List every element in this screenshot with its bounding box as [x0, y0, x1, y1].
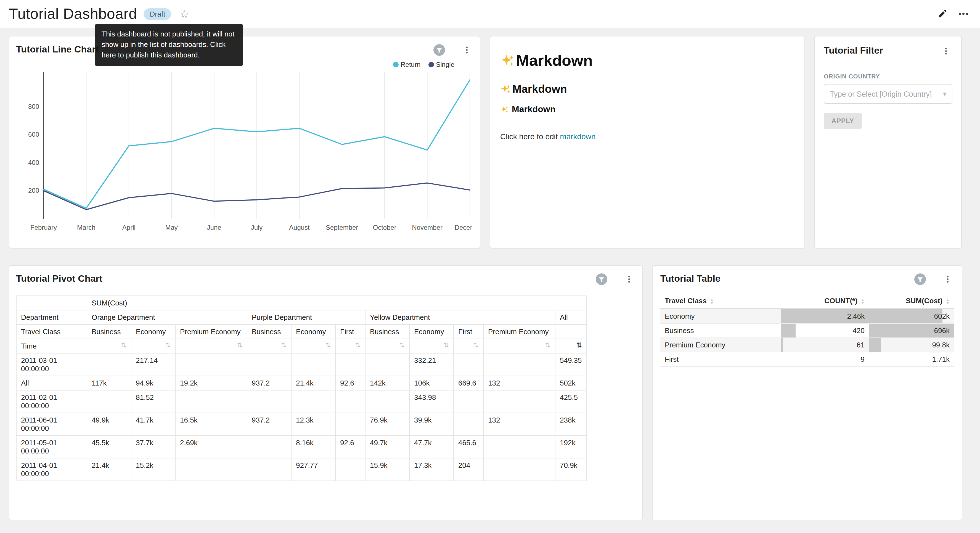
select-placeholder: Type or Select [Origin Country] — [830, 90, 932, 98]
pivot-col-header: Business — [87, 324, 131, 339]
pivot-cell-value: 45.5k — [87, 436, 131, 458]
pivot-col-header: Premium Economy — [484, 324, 555, 339]
y-tick-label: 200 — [28, 187, 39, 194]
table-row: First91.71k — [660, 352, 954, 367]
table-cell-value: 9 — [781, 352, 869, 367]
pivot-sort-icon[interactable]: ⇅ — [576, 342, 582, 349]
pivot-sort-icon[interactable]: ⇅ — [325, 342, 331, 349]
pivot-sort-icon[interactable]: ⇅ — [545, 342, 550, 349]
table-col-label: COUNT(*) — [824, 297, 858, 305]
kebab-menu-icon[interactable] — [939, 44, 952, 57]
kebab-menu-icon[interactable] — [622, 272, 635, 286]
pivot-cell-value — [365, 390, 409, 413]
pivot-row-label: 2011-05-01 00:00:00 — [16, 436, 87, 458]
table-cell-value: 99.8k — [869, 338, 954, 352]
pivot-cell-value — [247, 353, 291, 376]
kebab-menu-icon[interactable] — [941, 272, 954, 286]
pivot-chart-card: Tutorial Pivot Chart SUM(Cost)Department… — [9, 265, 643, 520]
pivot-cell-value: 343.98 — [409, 390, 453, 413]
pivot-chart-title: Tutorial Pivot Chart — [16, 273, 102, 284]
x-tick-label: July — [251, 224, 263, 231]
pivot-sort-icon[interactable]: ⇅ — [165, 342, 170, 349]
pivot-sort-icon[interactable]: ⇅ — [473, 342, 479, 349]
pivot-row: All117k94.9k19.2k937.221.4k92.6142k106k6… — [16, 376, 587, 390]
line-chart-card: Tutorial Line Chart ReturnSingle Februar… — [9, 36, 480, 249]
table-col-header[interactable]: SUM(Cost)▲▼ — [869, 293, 954, 309]
pivot-cell-value — [453, 390, 484, 413]
pivot-cell-value — [175, 458, 247, 481]
pivot-department-label: Department — [16, 310, 87, 324]
filter-badge-icon[interactable] — [595, 272, 608, 286]
table-card-title: Tutorial Table — [660, 273, 721, 284]
dashboard-header: Tutorial Dashboard Draft ☆ — [0, 0, 980, 28]
pivot-row-label: 2011-04-01 00:00:00 — [16, 458, 87, 481]
pivot-cell-value — [336, 390, 365, 413]
pivot-col-header: Business — [365, 324, 409, 339]
edit-markdown-link[interactable]: markdown — [560, 132, 595, 141]
pivot-row: 2011-04-01 00:00:0021.4k15.2k927.7715.9k… — [16, 458, 587, 481]
x-tick-label: June — [207, 224, 221, 231]
pivot-group-header: Orange Department — [87, 310, 247, 324]
pivot-row: 2011-06-01 00:00:0049.9k41.7k16.5k937.21… — [16, 413, 587, 436]
pivot-cell-value: 16.5k — [175, 413, 247, 436]
pivot-sort-icon[interactable]: ⇅ — [281, 342, 286, 349]
pivot-cell-value: 937.2 — [247, 413, 291, 436]
pivot-sort-icon[interactable]: ⇅ — [355, 342, 361, 349]
table-col-header[interactable]: Travel Class▲▼ — [660, 293, 781, 309]
origin-country-select[interactable]: Type or Select [Origin Country] ▾ — [824, 84, 952, 104]
pivot-cell-value: 70.9k — [555, 458, 587, 481]
favorite-star-icon[interactable]: ☆ — [180, 8, 189, 19]
pivot-cell-value — [247, 458, 291, 481]
table-cell-label: Business — [660, 323, 781, 338]
pivot-sort-cell: ⇅ — [291, 339, 336, 353]
pivot-cell-value: 12.3k — [291, 413, 336, 436]
pivot-cell-value: 92.6 — [336, 376, 365, 390]
sparkles-icon — [500, 105, 509, 113]
legend-label: Return — [401, 61, 420, 69]
legend-item-single[interactable]: Single — [428, 61, 454, 69]
pivot-cell-value — [247, 436, 291, 458]
x-tick-label: February — [30, 224, 57, 231]
data-table: Travel Class▲▼COUNT(*)▲▼SUM(Cost)▲▼Econo… — [660, 293, 954, 367]
pivot-cell-value: 41.7k — [131, 413, 175, 436]
pivot-cell-value: 49.9k — [87, 413, 131, 436]
pivot-cell-value: 132 — [484, 413, 555, 436]
pivot-cell-value: 8.16k — [291, 436, 336, 458]
pivot-group-header: All — [555, 310, 587, 324]
pivot-sort-icon[interactable]: ⇅ — [121, 342, 126, 349]
pivot-sort-icon[interactable]: ⇅ — [443, 342, 449, 349]
x-tick-label: December — [455, 224, 472, 231]
apply-button[interactable]: APPLY — [824, 113, 862, 129]
more-menu-icon[interactable] — [957, 7, 970, 21]
pivot-sort-icon[interactable]: ⇅ — [399, 342, 405, 349]
sparkles-icon — [500, 54, 515, 68]
table-col-label: SUM(Cost) — [906, 297, 942, 305]
filter-badge-icon[interactable] — [913, 272, 926, 286]
origin-country-label: ORIGIN COUNTRY — [824, 73, 952, 80]
filter-badge-icon[interactable] — [432, 43, 445, 56]
line-chart-title: Tutorial Line Chart — [16, 44, 99, 55]
pivot-time-label: Time — [16, 339, 87, 353]
pivot-cell-value: 502k — [555, 376, 587, 390]
table-cell-value: 61 — [781, 338, 869, 352]
edit-pencil-icon[interactable] — [936, 7, 949, 21]
status-badge[interactable]: Draft — [143, 8, 171, 20]
pivot-cell-value: 425.5 — [555, 390, 587, 413]
sort-carets-icon: ▲▼ — [861, 298, 865, 305]
pivot-col-header: Economy — [291, 324, 336, 339]
x-tick-label: March — [77, 224, 95, 231]
y-tick-label: 600 — [28, 131, 39, 138]
table-cell-label: Premium Economy — [660, 338, 781, 352]
pivot-cell-value: 332.21 — [409, 353, 453, 376]
legend-item-return[interactable]: Return — [393, 61, 420, 69]
pivot-sort-cell: ⇅ — [484, 339, 555, 353]
pivot-cell-value — [336, 413, 365, 436]
pivot-row-label: 2011-02-01 00:00:00 — [16, 390, 87, 413]
table-col-header[interactable]: COUNT(*)▲▼ — [781, 293, 869, 309]
table-cell-value: 420 — [781, 323, 869, 338]
line-chart-svg[interactable]: FebruaryMarchAprilMayJuneJulyAugustSepte… — [16, 69, 472, 239]
x-tick-label: September — [326, 224, 358, 231]
pivot-sort-icon[interactable]: ⇅ — [237, 342, 242, 349]
unpublished-tooltip[interactable]: This dashboard is not published, it will… — [95, 24, 243, 66]
kebab-menu-icon[interactable] — [460, 43, 473, 56]
